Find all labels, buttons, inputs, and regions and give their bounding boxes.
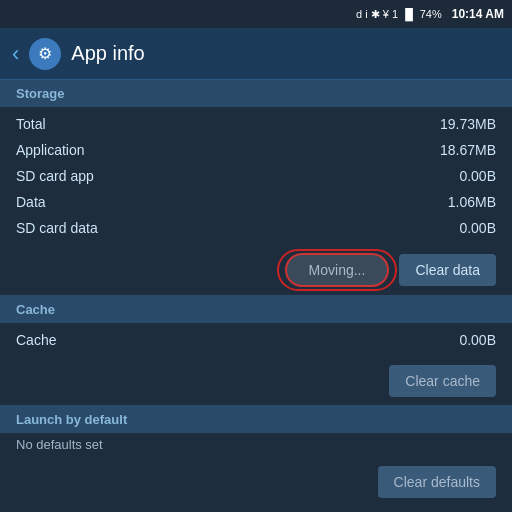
cache-section-header: Cache <box>0 296 512 323</box>
data-value: 1.06MB <box>448 194 496 210</box>
sdcard-data-label: SD card data <box>16 220 98 236</box>
app-header: ‹ ⚙ App info <box>0 28 512 80</box>
data-label: Data <box>16 194 46 210</box>
table-row: SD card app 0.00B <box>0 163 512 189</box>
signal-icon: ▐▌ <box>401 8 417 20</box>
status-time: 10:14 AM <box>452 7 504 21</box>
status-icons: d i ✱ ¥ 1 ▐▌ 74% <box>356 8 442 21</box>
table-row: Cache 0.00B <box>0 327 512 353</box>
content-area: Storage Total 19.73MB Application 18.67M… <box>0 80 512 512</box>
table-row: Total 19.73MB <box>0 111 512 137</box>
moving-button-wrapper: Moving... <box>285 253 390 287</box>
cache-label: Cache <box>16 332 56 348</box>
sdcard-data-value: 0.00B <box>459 220 496 236</box>
defaults-buttons-row: Clear defaults <box>0 458 512 506</box>
total-label: Total <box>16 116 46 132</box>
page-title: App info <box>71 42 144 65</box>
sdcard-app-value: 0.00B <box>459 168 496 184</box>
cache-table: Cache 0.00B <box>0 323 512 357</box>
clear-cache-button[interactable]: Clear cache <box>389 365 496 397</box>
table-row: SD card data 0.00B <box>0 215 512 241</box>
gear-icon: ⚙ <box>38 44 52 63</box>
total-value: 19.73MB <box>440 116 496 132</box>
table-row: Data 1.06MB <box>0 189 512 215</box>
back-button[interactable]: ‹ <box>12 41 19 67</box>
clear-defaults-button[interactable]: Clear defaults <box>378 466 496 498</box>
storage-table: Total 19.73MB Application 18.67MB SD car… <box>0 107 512 245</box>
settings-icon: ⚙ <box>29 38 61 70</box>
application-label: Application <box>16 142 85 158</box>
network-icons: d i ✱ ¥ 1 <box>356 8 398 21</box>
launch-section-header: Launch by default <box>0 406 512 433</box>
table-row: Application 18.67MB <box>0 137 512 163</box>
no-defaults-text: No defaults set <box>0 433 512 458</box>
moving-button[interactable]: Moving... <box>285 253 390 287</box>
cache-value: 0.00B <box>459 332 496 348</box>
clear-data-button[interactable]: Clear data <box>399 254 496 286</box>
status-bar: d i ✱ ¥ 1 ▐▌ 74% 10:14 AM <box>0 0 512 28</box>
cache-buttons-row: Clear cache <box>0 357 512 405</box>
battery-label: 74% <box>420 8 442 20</box>
storage-buttons-row: Moving... Clear data <box>0 245 512 295</box>
sdcard-app-label: SD card app <box>16 168 94 184</box>
storage-section-header: Storage <box>0 80 512 107</box>
application-value: 18.67MB <box>440 142 496 158</box>
